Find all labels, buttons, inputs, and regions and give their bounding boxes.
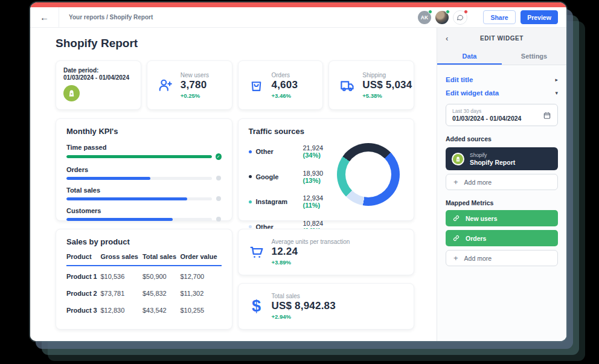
shopping-bag-icon — [248, 78, 265, 93]
total-sales-card: $ Total sales US$ 8,942.83 +2.94% — [238, 283, 415, 330]
kpi-label: Orders — [272, 72, 298, 78]
add-source-button[interactable]: + Add more — [446, 174, 558, 190]
donut-hole — [345, 152, 391, 197]
metric-orders[interactable]: Orders — [446, 230, 558, 246]
chat-bubble-icon — [456, 14, 464, 21]
traffic-sources-title: Traffic sources — [249, 127, 404, 136]
table-row: Product 2 $73,781 $45,832 $11,302 — [66, 283, 222, 300]
kpi-change: +2.94% — [272, 313, 336, 320]
check-icon: ✓ — [216, 153, 222, 160]
table-header-row: Product Gross sales Total sales Order va… — [66, 253, 222, 266]
tab-data[interactable]: Data — [437, 48, 502, 65]
date-period-card: Date period: 01/03/2024 - 01/04/2024 s — [56, 60, 141, 110]
app-window: ← Your reports / Shopify Report AK Share… — [30, 2, 566, 341]
progress-label: Time passed — [66, 144, 222, 151]
plus-icon: + — [453, 254, 458, 263]
col-header-order-value: Order value — [180, 253, 221, 266]
progress-row-customers: Customers — [66, 207, 222, 222]
dollar-icon: $ — [248, 297, 265, 316]
legend-dot-icon — [249, 150, 252, 153]
metric-new-users[interactable]: New users — [446, 210, 558, 226]
col-header-gross-sales: Gross sales — [101, 253, 143, 266]
breadcrumb[interactable]: Your reports / Shopify Report — [69, 14, 153, 21]
traffic-sources-card: Traffic sources Other 21,924 (34%) — [238, 118, 415, 221]
kpi-change: +5.38% — [362, 92, 412, 99]
online-status-dot — [446, 10, 450, 14]
progress-row-orders: Orders — [66, 166, 222, 180]
pending-dot-icon — [216, 217, 221, 222]
shopify-logo-icon: s — [452, 153, 464, 165]
progress-track — [66, 218, 212, 221]
legend-item: Instagram 12,934 (11%) — [249, 194, 338, 209]
progress-fill — [66, 197, 187, 200]
kpi-label: New users — [181, 72, 209, 78]
donut-chart — [337, 143, 400, 206]
panel-tabs: Data Settings — [437, 48, 566, 65]
kpi-label: Shipping — [362, 72, 412, 78]
pending-dot-icon — [216, 196, 221, 201]
date-range-input[interactable]: Last 30 days 01/03/2024 - 01/04/2024 — [446, 104, 558, 126]
progress-fill — [66, 218, 173, 221]
legend-item: Google 18,930 (13%) — [249, 170, 338, 184]
kpi-label: Average units per transaction — [272, 238, 350, 245]
sales-by-product-title: Sales by product — [66, 237, 222, 246]
date-period-value: 01/03/2024 - 01/04/2024 — [63, 74, 133, 81]
avatar-photo[interactable] — [435, 11, 449, 24]
table-row: Product 3 $12,830 $43,542 $10,255 — [66, 300, 222, 317]
svg-text:s: s — [71, 91, 73, 95]
cart-icon — [248, 243, 265, 261]
kpi-change: +0.25% — [181, 92, 209, 99]
sales-by-product-card: Sales by product Product Gross sales Tot… — [56, 229, 232, 330]
back-button[interactable]: ← — [30, 7, 59, 27]
window-top-accent — [30, 2, 566, 7]
edit-widget-panel: ‹ EDIT WIDGET Data Settings Edit title ▸… — [437, 28, 566, 341]
sales-table: Product Gross sales Total sales Order va… — [66, 253, 222, 317]
progress-track — [66, 197, 212, 200]
progress-label: Orders — [66, 166, 222, 173]
progress-track — [66, 177, 212, 180]
added-sources-label: Added sources — [446, 135, 558, 142]
table-row: Product 1 $10,536 $50,900 $12,700 — [66, 266, 222, 283]
tab-settings[interactable]: Settings — [502, 48, 566, 65]
panel-body: Edit title ▸ Edit widget data ▾ Last 30 … — [437, 65, 566, 341]
shopify-logo-icon: s — [63, 85, 80, 101]
chevron-right-icon: ▸ — [555, 77, 558, 83]
col-header-product: Product — [66, 253, 101, 266]
panel-back-button[interactable]: ‹ — [446, 34, 448, 42]
legend-dot-icon — [249, 175, 252, 178]
report-canvas: Shopify Report Date period: 01/03/2024 -… — [30, 28, 437, 341]
edit-title-row[interactable]: Edit title ▸ — [446, 73, 558, 86]
stage: ← Your reports / Shopify Report AK Share… — [0, 0, 599, 364]
monthly-kpis-card: Monthly KPI's Time passed ✓ Orders — [56, 118, 232, 221]
date-preset: Last 30 days — [452, 108, 543, 114]
legend-dot-icon — [249, 200, 252, 203]
source-platform: Shopify — [470, 152, 515, 158]
legend-item: Other 21,924 (34%) — [249, 144, 338, 159]
avatar-initials[interactable]: AK — [418, 11, 431, 24]
truck-icon — [339, 77, 356, 94]
progress-label: Total sales — [66, 187, 222, 194]
source-card-shopify[interactable]: s Shopify Shopify Report — [446, 147, 558, 170]
mapped-metrics-label: Mapped Metrics — [446, 199, 558, 206]
link-icon — [453, 235, 460, 241]
avg-units-card: Average units per transaction 12.24 +3.8… — [238, 229, 415, 275]
comments-button[interactable] — [453, 10, 467, 25]
date-period-label: Date period: — [63, 67, 133, 74]
kpi-value: US$ 5,034 — [362, 79, 412, 91]
back-arrow-icon: ← — [40, 12, 49, 22]
add-metric-button[interactable]: + Add more — [446, 250, 558, 266]
pending-dot-icon — [216, 176, 221, 180]
preview-button[interactable]: Preview — [521, 10, 558, 24]
kpi-card-new-users: New users 3,780 +0.25% — [147, 60, 232, 110]
share-button[interactable]: Share — [483, 10, 516, 24]
source-name: Shopify Report — [470, 159, 515, 166]
date-range-value: 01/03/2024 - 01/04/2024 — [452, 115, 543, 122]
edit-widget-data-row[interactable]: Edit widget data ▾ — [446, 86, 558, 100]
kpi-card-shipping: Shipping US$ 5,034 +5.38% — [328, 60, 414, 110]
progress-fill — [66, 155, 212, 158]
user-plus-icon — [157, 77, 174, 93]
monthly-kpis-title: Monthly KPI's — [66, 127, 222, 136]
notification-dot — [464, 10, 468, 14]
kpi-label: Total sales — [272, 293, 336, 299]
progress-row-total-sales: Total sales — [66, 187, 222, 201]
